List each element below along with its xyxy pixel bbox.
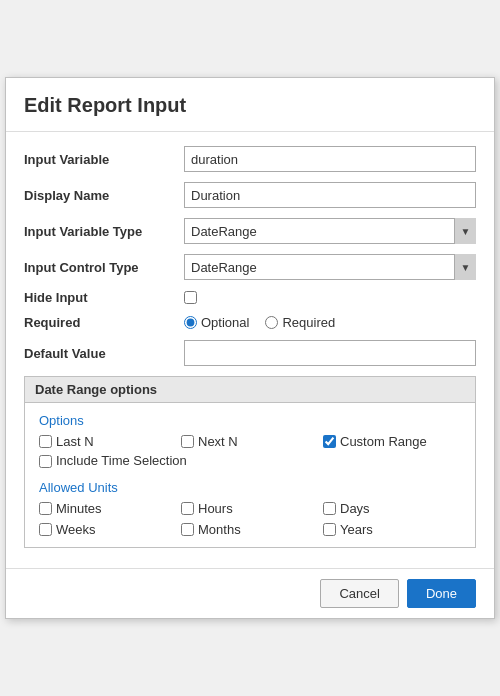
hours-option[interactable]: Hours: [181, 501, 319, 516]
required-row: Required Optional Required: [24, 315, 476, 330]
hide-input-checkbox[interactable]: [184, 291, 197, 304]
required-radio-label[interactable]: Required: [265, 315, 335, 330]
years-label: Years: [340, 522, 373, 537]
input-variable-type-row: Input Variable Type DateRange ▼: [24, 218, 476, 244]
custom-range-label: Custom Range: [340, 434, 427, 449]
last-n-checkbox[interactable]: [39, 435, 52, 448]
last-n-label: Last N: [56, 434, 94, 449]
input-control-type-select-wrap: DateRange ▼: [184, 254, 476, 280]
default-value-row: Default Value: [24, 340, 476, 366]
minutes-checkbox[interactable]: [39, 502, 52, 515]
custom-range-option[interactable]: Custom Range: [323, 434, 461, 449]
date-range-body: Options Last N Next N Custom Range: [25, 403, 475, 547]
input-control-type-control: DateRange ▼: [184, 254, 476, 280]
edit-report-input-dialog: Edit Report Input Input Variable Display…: [5, 77, 495, 619]
include-time-row: Include Time Selection: [39, 453, 461, 470]
input-variable-type-label: Input Variable Type: [24, 224, 184, 239]
dialog-body: Input Variable Display Name Input Variab…: [6, 132, 494, 568]
input-variable-label: Input Variable: [24, 152, 184, 167]
input-variable-type-select[interactable]: DateRange: [184, 218, 476, 244]
optional-radio-label[interactable]: Optional: [184, 315, 249, 330]
next-n-checkbox[interactable]: [181, 435, 194, 448]
weeks-option[interactable]: Weeks: [39, 522, 177, 537]
weeks-checkbox[interactable]: [39, 523, 52, 536]
hours-label: Hours: [198, 501, 233, 516]
years-option[interactable]: Years: [323, 522, 461, 537]
options-label: Options: [39, 413, 461, 428]
allowed-units-label: Allowed Units: [39, 480, 461, 495]
custom-range-checkbox[interactable]: [323, 435, 336, 448]
optional-radio[interactable]: [184, 316, 197, 329]
default-value-label: Default Value: [24, 346, 184, 361]
hours-checkbox[interactable]: [181, 502, 194, 515]
date-range-title: Date Range options: [25, 377, 475, 403]
input-control-type-row: Input Control Type DateRange ▼: [24, 254, 476, 280]
input-variable-control: [184, 146, 476, 172]
input-variable-type-select-wrap: DateRange ▼: [184, 218, 476, 244]
hide-input-label: Hide Input: [24, 290, 184, 305]
months-label: Months: [198, 522, 241, 537]
next-n-option[interactable]: Next N: [181, 434, 319, 449]
days-option[interactable]: Days: [323, 501, 461, 516]
display-name-label: Display Name: [24, 188, 184, 203]
input-variable-row: Input Variable: [24, 146, 476, 172]
days-checkbox[interactable]: [323, 502, 336, 515]
input-control-type-label: Input Control Type: [24, 260, 184, 275]
include-time-label: Include Time Selection: [56, 453, 187, 470]
required-radio-group: Optional Required: [184, 315, 476, 330]
hide-input-row: Hide Input: [24, 290, 476, 305]
input-variable-field[interactable]: [184, 146, 476, 172]
required-control: Optional Required: [184, 315, 476, 330]
required-radio-text: Required: [282, 315, 335, 330]
dialog-footer: Cancel Done: [6, 568, 494, 618]
default-value-control: [184, 340, 476, 366]
dialog-title: Edit Report Input: [6, 78, 494, 132]
hide-input-control: [184, 291, 476, 304]
date-range-section: Date Range options Options Last N Next N…: [24, 376, 476, 548]
optional-radio-text: Optional: [201, 315, 249, 330]
input-control-type-select[interactable]: DateRange: [184, 254, 476, 280]
units-grid: Minutes Hours Days Weeks: [39, 501, 461, 537]
display-name-control: [184, 182, 476, 208]
done-button[interactable]: Done: [407, 579, 476, 608]
include-time-option[interactable]: Include Time Selection: [39, 453, 461, 470]
months-checkbox[interactable]: [181, 523, 194, 536]
display-name-row: Display Name: [24, 182, 476, 208]
default-value-field[interactable]: [184, 340, 476, 366]
minutes-option[interactable]: Minutes: [39, 501, 177, 516]
last-n-option[interactable]: Last N: [39, 434, 177, 449]
next-n-label: Next N: [198, 434, 238, 449]
required-label: Required: [24, 315, 184, 330]
required-radio[interactable]: [265, 316, 278, 329]
include-time-checkbox[interactable]: [39, 455, 52, 468]
minutes-label: Minutes: [56, 501, 102, 516]
days-label: Days: [340, 501, 370, 516]
years-checkbox[interactable]: [323, 523, 336, 536]
cancel-button[interactable]: Cancel: [320, 579, 398, 608]
weeks-label: Weeks: [56, 522, 96, 537]
options-grid: Last N Next N Custom Range: [39, 434, 461, 449]
months-option[interactable]: Months: [181, 522, 319, 537]
input-variable-type-control: DateRange ▼: [184, 218, 476, 244]
display-name-field[interactable]: [184, 182, 476, 208]
